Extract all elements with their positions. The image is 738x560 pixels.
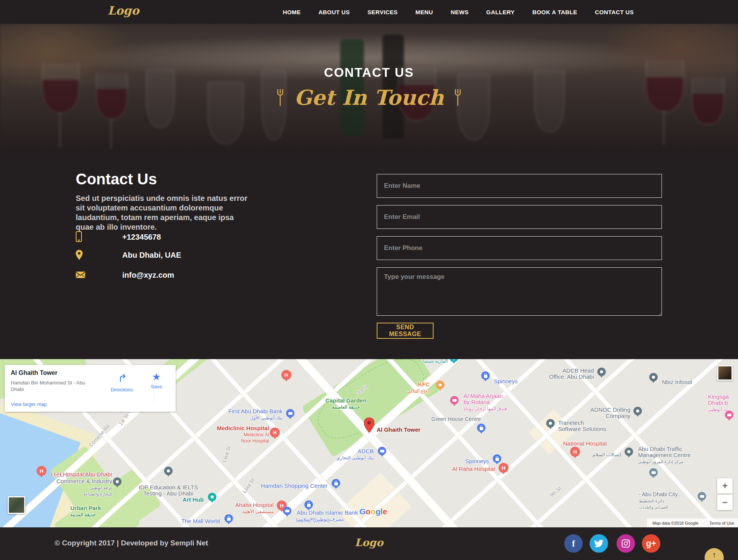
contact-phone: +12345678 [122, 233, 161, 242]
mall-world-pin [224, 514, 233, 523]
contact-heading: Contact Us [76, 171, 157, 188]
etisalat-pin [625, 447, 633, 456]
poi-spinneys-top-label: Spinneys [494, 378, 518, 384]
poi-nbiz-label: Nbiz Infosol [662, 379, 692, 385]
nav-services[interactable]: SERVICES [367, 9, 398, 15]
instagram-icon [621, 539, 630, 548]
hospital-pin: H [281, 370, 291, 380]
streetview-photo-thumb[interactable] [717, 365, 733, 381]
google-plus-icon: g+ [646, 539, 656, 548]
mobile-icon [76, 231, 82, 244]
instagram-button[interactable] [617, 534, 635, 553]
street-liwa: Liwa St [221, 446, 232, 463]
poi-kingsgate-label: KingsgaDhabi bت أبوظبي [708, 394, 729, 412]
hero-banner: CONTACT US Get In Touch [0, 24, 738, 154]
copyright-text: © Copyright 2017 | Developed by Sempli N… [55, 539, 208, 547]
google-logo[interactable]: Google [359, 507, 387, 516]
zoom-in-button[interactable]: + [717, 478, 733, 494]
up-arrow-icon: ↑ [712, 550, 716, 559]
twitter-icon [594, 539, 603, 548]
poi-art-hub-label: Art Hub [183, 497, 204, 503]
contact-location: Abu Dhabi, UAE [122, 251, 181, 260]
map-data-text: Map data ©2018 Google [652, 521, 698, 525]
main-nav: HOME ABOUT US SERVICES MENU NEWS GALLERY… [283, 0, 634, 24]
phone-input[interactable] [377, 236, 662, 260]
traffic-centre-pin [649, 468, 658, 477]
al-ghaith-marker[interactable] [364, 418, 374, 434]
email-input[interactable] [377, 205, 662, 229]
chamber-pin [113, 477, 121, 486]
poi-tranetech-label: TranetechSoftware Solutions [558, 420, 606, 432]
poi-kfc-label: KFCدجاج كنتاكي [407, 381, 430, 394]
page: Logo HOME ABOUT US SERVICES MENU NEWS GA… [0, 0, 738, 560]
nav-home[interactable]: HOME [283, 9, 301, 15]
city-pin [698, 492, 706, 500]
art-hub-pin [208, 493, 216, 501]
nav-gallery[interactable]: GALLERY [486, 9, 515, 15]
street-liwa: Liwa St [241, 477, 256, 494]
facebook-button[interactable]: f [564, 534, 583, 553]
poi-idp-label: IDP Education & IELTSTesting - Abu Dhabi [139, 484, 198, 497]
poi-islamic-bank-label: Abu Dhabi Islamic Bankمصرف ابوظبي الاسلا… [297, 510, 358, 522]
save-button[interactable]: ★ Save [140, 372, 173, 389]
poi-fab-bank-label: First Abu Dhabi Bankبنك أبوظبي الأول [228, 408, 283, 421]
kingsgate-pin [725, 411, 733, 419]
nav-news[interactable]: NEWS [451, 9, 469, 15]
contact-description: Sed ut perspiciatis unde omnis iste natu… [76, 194, 253, 232]
directions-icon [116, 372, 128, 383]
fork-icon [454, 88, 462, 107]
tranetech-pin [546, 419, 555, 427]
adcb-pin [378, 447, 386, 455]
view-larger-map-link[interactable]: View larger map [11, 401, 47, 407]
nav-contact-us[interactable]: CONTACT US [595, 9, 634, 15]
poi-city-label: - Abu Dhabi City...دائرة التخطيط العمران… [639, 491, 682, 510]
poi-llh-label: LLH Hospital Abu Dhabi [51, 471, 112, 477]
map-attribution: Map data ©2018 Google Terms of Use [647, 519, 738, 527]
poi-cinema-label: الماريه سينما [423, 359, 448, 364]
nav-menu[interactable]: MENU [416, 9, 433, 15]
nav-about-us[interactable]: ABOUT US [318, 9, 350, 15]
llh-pin: H [37, 466, 47, 476]
poi-al-ghaith-label: Al Ghaith Tower [377, 427, 421, 433]
mediclinic-pin: H [270, 427, 280, 437]
adnoc-pin [633, 407, 642, 415]
hero-subtitle: Get In Touch [294, 85, 444, 110]
poi-al-maha-label: Al Maha Arjaanby Rotanaفندق المها ارجان … [464, 393, 507, 411]
poi-ahalia-label: Ahalia Hospitalمستشفى الأهلية [235, 502, 274, 514]
islamic-bank-pin [283, 507, 291, 515]
poi-traffic-centre-label: Abu Dhabi TrafficManagement Centreمركز إ… [638, 446, 691, 464]
fork-icon [276, 88, 284, 107]
contact-section: Contact Us Sed ut perspiciatis unde omni… [0, 154, 738, 359]
poi-national-hospital-label: National Hospital [563, 441, 607, 447]
google-plus-button[interactable]: g+ [642, 534, 660, 553]
al-raha-pin: H [499, 463, 509, 473]
home-centre-pin [304, 500, 313, 509]
send-message-button[interactable]: SEND MESSAGE [377, 323, 434, 339]
street-9th: 9th St [549, 485, 562, 498]
brand-logo[interactable]: Logo [108, 4, 139, 17]
google-map[interactable]: 3rd St 9th St Liwa St Liwa St 1st St Cor… [0, 359, 738, 527]
message-textarea[interactable] [377, 267, 662, 316]
zoom-out-button[interactable]: − [717, 494, 733, 510]
map-marker-icon [76, 250, 83, 262]
adcb-head-pin [597, 368, 606, 376]
map-info-card: Al Ghaith Tower Hamdan Bin Mohammed St -… [5, 365, 176, 412]
footer-logo[interactable]: Logo [355, 537, 383, 548]
poi-adcb-label: ADCBبنك أبوظبي التجاري [336, 448, 374, 461]
name-input[interactable] [377, 174, 662, 198]
poi-al-raha-label: Al Raha Hospital [452, 466, 495, 472]
twitter-button[interactable] [590, 534, 608, 553]
header: Logo HOME ABOUT US SERVICES MENU NEWS GA… [0, 0, 738, 24]
poi-adcb-head-label: ADCB HeadOffice, Abu Dhabi [549, 368, 594, 380]
hamdan-shop-pin [332, 479, 340, 487]
nav-book-a-table[interactable]: BOOK A TABLE [532, 9, 577, 15]
al-maha-pin [450, 396, 459, 404]
satellite-toggle-thumb[interactable] [8, 496, 25, 514]
terms-of-use-link[interactable]: Terms of Use [709, 521, 734, 525]
poi-capital-garden-label: Capital Gardenحديقة العاصمة [326, 398, 367, 410]
poi-spinneys-b-label: Spinneys [465, 458, 489, 464]
fab-bank-pin [286, 409, 294, 418]
idp-pin [164, 467, 173, 475]
directions-button[interactable]: Directions [105, 372, 138, 393]
green-house-pin [477, 424, 485, 432]
